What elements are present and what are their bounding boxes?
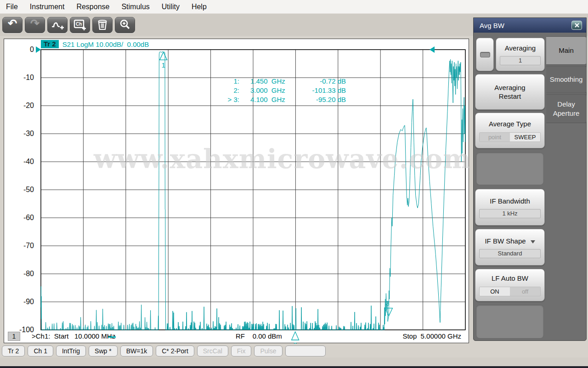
- y-axis-tick-label: -40: [6, 158, 34, 166]
- reference-level-arrow-right: [430, 46, 435, 53]
- y-axis-tick-label: -30: [6, 130, 34, 138]
- status-button-bw-1k[interactable]: BW=1k: [120, 345, 153, 357]
- averaging-restart-button[interactable]: Averaging Restart: [475, 74, 545, 110]
- status-bar: Tr 2Ch 1IntTrigSwp *BW=1kC* 2-PortSrcCal…: [0, 345, 588, 357]
- marker-readout-row: 2:3.000 GHz-101.33 dB: [196, 86, 346, 95]
- lf-auto-bw-label: LF Auto BW: [492, 274, 528, 283]
- channel-start-label: >Ch1: Start 10.0000 MHz: [32, 332, 115, 340]
- status-button-srccal[interactable]: SrcCal: [197, 345, 228, 357]
- marker-val: -101.33 dB: [295, 86, 346, 95]
- panel-title-bar[interactable]: Avg BW: [474, 18, 586, 33]
- average-type-toggle[interactable]: point SWEEP: [479, 132, 541, 142]
- averaging-label: Averaging: [505, 44, 536, 52]
- average-type-button[interactable]: Average Type point SWEEP: [475, 113, 545, 148]
- marker-readout-row: 1:1.450 GHz-0.72 dB: [196, 77, 346, 86]
- lf-auto-bw-toggle[interactable]: ON off: [479, 287, 541, 296]
- tab-delay-aperture[interactable]: Delay Aperture: [546, 94, 587, 123]
- marker-id: 1:: [196, 77, 239, 86]
- average-type-label: Average Type: [489, 119, 531, 128]
- delete-trace-button[interactable]: [92, 17, 113, 33]
- chart-window: 123 Tr 2 S21 LogM 10.00dB/ 0.00dB 1:1.45…: [4, 39, 469, 343]
- if-bandwidth-value: 1 kHz: [479, 209, 541, 218]
- marker-2-label: 2: [293, 341, 297, 344]
- tab-main[interactable]: Main: [546, 36, 587, 65]
- tab-smoothing[interactable]: Smoothing: [546, 66, 587, 93]
- status-button-ch-1[interactable]: Ch 1: [28, 345, 53, 357]
- marker-1-triangle[interactable]: [160, 52, 167, 60]
- trace-format-label: S21 LogM 10.00dB/ 0.00dB: [62, 40, 149, 48]
- undo-button[interactable]: ↶: [2, 17, 23, 33]
- status-button-fix[interactable]: Fix: [231, 345, 252, 357]
- add-trace-button[interactable]: [47, 17, 68, 33]
- averaging-value: 1: [500, 56, 541, 65]
- y-axis-tick-label: 0: [6, 45, 34, 54]
- if-bw-shape-button[interactable]: IF BW Shape Standard: [475, 229, 545, 266]
- marker-2-triangle[interactable]: [292, 332, 299, 340]
- average-type-option-sweep[interactable]: SWEEP: [510, 133, 540, 142]
- panel-close-button[interactable]: [571, 21, 582, 30]
- softkey-panel: Avg BW Averaging 1 Averaging Restart Ave…: [473, 17, 587, 341]
- add-channel-icon: Ch: [73, 19, 87, 31]
- if-bandwidth-button[interactable]: IF Bandwidth 1 kHz: [475, 189, 545, 226]
- blank-softkey-2: [476, 305, 544, 339]
- marker-val: -95.20 dB: [295, 95, 346, 104]
- rf-power-label: RF 0.00 dBm: [236, 332, 282, 340]
- menu-bar: FileInstrumentResponseStimulusUtilityHel…: [0, 0, 588, 14]
- average-type-option-point[interactable]: point: [480, 133, 510, 142]
- menu-item-file[interactable]: File: [0, 1, 24, 13]
- status-button-inttrig[interactable]: IntTrig: [56, 345, 86, 357]
- bottom-edge: [0, 366, 588, 368]
- zoom-icon: [119, 19, 131, 31]
- status-button-pulse[interactable]: Pulse: [254, 345, 282, 357]
- menu-item-utility[interactable]: Utility: [156, 1, 186, 13]
- panel-title: Avg BW: [480, 22, 504, 29]
- averaging-toggle-button[interactable]: [476, 38, 494, 71]
- redo-icon: ↷: [30, 18, 40, 29]
- reference-level-arrow-left: [36, 46, 41, 53]
- status-button-empty[interactable]: [285, 345, 326, 357]
- menu-item-response[interactable]: Response: [70, 1, 115, 13]
- lf-auto-bw-option-off[interactable]: off: [510, 287, 540, 296]
- marker-1-label: 1: [161, 61, 165, 69]
- menu-item-stimulus[interactable]: Stimulus: [115, 1, 155, 13]
- status-button-swp-[interactable]: Swp *: [89, 345, 118, 357]
- stop-frequency-label: Stop 5.00000 GHz: [402, 332, 461, 340]
- svg-text:Ch: Ch: [76, 22, 82, 27]
- undo-icon: ↶: [8, 18, 17, 29]
- menu-item-help[interactable]: Help: [186, 1, 213, 13]
- y-axis-tick-label: -60: [6, 214, 34, 222]
- trace-badge[interactable]: Tr 2: [41, 40, 59, 48]
- marker-id: > 3:: [196, 95, 239, 104]
- close-icon: [574, 23, 580, 28]
- menu-item-instrument[interactable]: Instrument: [24, 1, 71, 13]
- marker-freq: 3.000 GHz: [239, 86, 295, 95]
- lf-auto-bw-option-on[interactable]: ON: [480, 287, 510, 296]
- y-axis-tick-label: -100: [6, 326, 34, 334]
- bottom-strip: [0, 357, 588, 366]
- status-button-c-2-port[interactable]: C* 2-Port: [156, 345, 194, 357]
- lf-auto-bw-button[interactable]: LF Auto BW ON off: [475, 269, 545, 301]
- redo-button[interactable]: ↷: [25, 17, 45, 33]
- y-axis-tick-label: -80: [6, 270, 34, 278]
- trace-color-dash: [108, 336, 116, 338]
- marker-freq: 4.100 GHz: [239, 95, 295, 104]
- zoom-button[interactable]: [115, 17, 135, 33]
- marker-val: -0.72 dB: [295, 77, 346, 86]
- marker-freq: 1.450 GHz: [239, 77, 295, 86]
- y-axis-tick-label: -90: [6, 298, 34, 306]
- if-bw-shape-label: IF BW Shape: [485, 237, 535, 245]
- if-bandwidth-label: IF Bandwidth: [490, 197, 530, 205]
- y-axis-tick-label: -10: [6, 74, 34, 82]
- trace-header: Tr 2 S21 LogM 10.00dB/ 0.00dB: [41, 40, 149, 48]
- status-button-tr-2[interactable]: Tr 2: [2, 345, 25, 357]
- marker-readout-table: 1:1.450 GHz-0.72 dB2:3.000 GHz-101.33 dB…: [196, 77, 346, 104]
- delete-icon: [96, 19, 108, 31]
- chevron-down-icon: [531, 240, 535, 243]
- averaging-button[interactable]: Averaging 1: [496, 38, 545, 71]
- y-axis-tick-label: -50: [6, 186, 34, 194]
- y-axis-tick-label: -20: [6, 102, 34, 110]
- add-channel-button[interactable]: Ch: [70, 17, 90, 33]
- blank-softkey-1: [476, 152, 544, 185]
- if-bw-shape-value: Standard: [479, 249, 541, 258]
- averaging-led-indicator: [480, 52, 490, 57]
